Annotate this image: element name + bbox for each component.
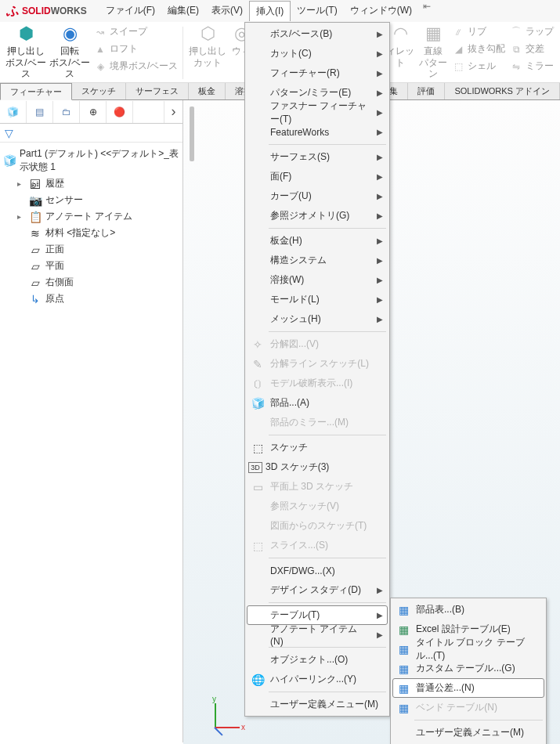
table-menu-item-7[interactable]: ユーザー定義メニュー(M) (392, 723, 544, 742)
ribbon-rib[interactable]: ⫽リブ (450, 23, 507, 40)
table-menu-item-2[interactable]: ▦タイトル ブロック テーブル...(T) (392, 639, 544, 659)
bom-icon: ▦ (394, 604, 413, 616)
insert-menu-item-37[interactable]: オブジェクト...(O) (247, 650, 388, 670)
menu-file[interactable]: ファイル(F) (99, 1, 161, 21)
insert-menu-item-label: モデル破断表示...(I) (267, 377, 383, 390)
tab-sketch[interactable]: スケッチ (72, 83, 126, 99)
ribbon-draft[interactable]: ◢抜き勾配 (450, 41, 507, 57)
insert-menu-item-14[interactable]: 溶接(W)▶ (247, 270, 388, 290)
tree-history[interactable]: ▸🗟履歴 (16, 175, 181, 192)
mirror-icon: ⇋ (510, 61, 522, 72)
ribbon-extrude-boss[interactable]: ⬢ 押し出し ボス/ベース (5, 23, 47, 82)
dim-tab[interactable]: ⊕ (80, 101, 107, 123)
property-tab[interactable]: ▤ (27, 101, 53, 123)
insert-menu-item-1[interactable]: カット(C)▶ (247, 44, 388, 63)
ribbon-mirror[interactable]: ⇋ミラー (508, 58, 555, 74)
insert-menu-item-0[interactable]: ボス/ベース(B)▶ (247, 24, 388, 44)
tab-surfaces[interactable]: サーフェス (126, 83, 189, 99)
expand-icon[interactable]: ▸ (17, 212, 25, 221)
insert-menu-item-2[interactable]: フィーチャー(R)▶ (247, 63, 388, 83)
tree-sensors[interactable]: 📷センサー (16, 192, 181, 208)
insert-menu-item-9[interactable]: カーブ(U)▶ (247, 186, 388, 206)
title-bar: ふ SOLIDWORKS ファイル(F) 編集(E) 表示(V) 挿入(I) ツ… (0, 0, 560, 22)
insert-menu-separator (269, 144, 386, 145)
insert-menu-item-31[interactable]: DXF/DWG...(X) (247, 561, 388, 580)
submenu-arrow-icon: ▶ (377, 128, 383, 136)
expand-panel-icon[interactable]: › (164, 101, 182, 123)
table-menu-item-0[interactable]: ▦部品表...(B) (392, 600, 544, 619)
tree-annotations[interactable]: ▸📋アノテート アイテム (16, 208, 181, 225)
filter-icon: ▽ (5, 127, 13, 139)
tab-features[interactable]: フィーチャー (0, 83, 72, 100)
table-menu-item-3[interactable]: ▦カスタム テーブル...(G) (392, 659, 544, 678)
insert-menu-item-7[interactable]: サーフェス(S)▶ (247, 147, 388, 167)
insert-menu-item-16[interactable]: メッシュ(H)▶ (247, 309, 388, 329)
shell-icon: ⬚ (452, 61, 464, 72)
ribbon-wrap[interactable]: ⌒ラップ (508, 23, 555, 40)
tab-sheetmetal[interactable]: 板金 (189, 83, 226, 99)
insert-menu-item-38[interactable]: 🌐ハイパーリンク...(Y) (247, 670, 388, 689)
ribbon-revolve-boss[interactable]: ◉ 回転 ボス/ベース (49, 23, 91, 82)
insert-menu-item-8[interactable]: 面(F)▶ (247, 167, 388, 186)
ribbon-boundary[interactable]: ◈境界ボス/ベース (92, 58, 179, 74)
table-menu-item-label: Excel 設計テーブル(E) (413, 623, 540, 636)
ribbon-loft[interactable]: ▲ロフト (92, 41, 179, 57)
tol-icon: ▦ (394, 682, 413, 695)
rollback-bar[interactable] (190, 107, 194, 161)
wrap-icon: ⌒ (510, 25, 522, 38)
insert-menu-item-13[interactable]: 構造システム▶ (247, 251, 388, 270)
menu-window[interactable]: ウィンドウ(W) (344, 1, 418, 21)
insert-menu-item-25[interactable]: 3D3D スケッチ(3) (247, 457, 388, 477)
insert-menu-item-35[interactable]: アノテート アイテム(N)▶ (247, 625, 388, 645)
ribbon-linear-pattern[interactable]: ▦ 直線 パターン (417, 23, 449, 82)
tree-root-label: Part1 (デフォルト) <<デフォルト>_表示状態 1 (20, 147, 179, 174)
insert-menu-separator (269, 228, 386, 229)
menu-edit[interactable]: 編集(E) (161, 1, 205, 21)
table-menu-item-4[interactable]: ▦普通公差...(N) (392, 678, 544, 698)
insert-menu-item-32[interactable]: デザイン スタディ(D)▶ (247, 580, 388, 600)
tree-root[interactable]: 🧊 Part1 (デフォルト) <<デフォルト>_表示状態 1 (2, 146, 181, 175)
tree-right-plane[interactable]: ▱右側面 (16, 274, 181, 291)
insert-menu-item-12[interactable]: 板金(H)▶ (247, 231, 388, 251)
insert-menu-item-40[interactable]: ユーザー定義メニュー(M) (247, 695, 388, 714)
tree-material[interactable]: ≋材料 <指定なし> (16, 225, 181, 241)
insert-menu-item-15[interactable]: モールド(L)▶ (247, 290, 388, 309)
insert-menu-item-label: 面(F) (267, 170, 367, 183)
insert-menu-item-21[interactable]: 🧊部品...(A) (247, 393, 388, 413)
pin-icon[interactable]: ⇤ (423, 1, 431, 21)
insert-menu-item-4[interactable]: ファスナー フィーチャー(T)▶ (247, 103, 388, 122)
tab-addins[interactable]: SOLIDWORKS アドイン (445, 83, 560, 99)
logo-icon: ふ (6, 3, 19, 20)
tree-top-plane[interactable]: ▱平面 (16, 258, 181, 274)
menu-bar: ファイル(F) 編集(E) 表示(V) 挿入(I) ツール(T) ウィンドウ(W… (99, 1, 431, 21)
menu-insert[interactable]: 挿入(I) (249, 1, 291, 21)
expand-icon[interactable]: ▸ (17, 179, 25, 188)
tab-evaluate[interactable]: 評価 (408, 83, 445, 99)
submenu-arrow-icon: ▶ (377, 295, 383, 304)
insert-menu-item-label: 図面からのスケッチ(T) (267, 519, 383, 533)
table-menu-item-label: ユーザー定義メニュー(M) (413, 726, 540, 739)
material-icon: ≋ (28, 227, 42, 240)
filter-bar[interactable]: ▽ (0, 124, 182, 143)
menu-tool[interactable]: ツール(T) (291, 1, 343, 21)
table-menu-separator (414, 720, 543, 721)
feature-tree-tab[interactable]: 🧊 (0, 101, 27, 123)
ribbon-extrude-cut[interactable]: ⬡ 押し出し カット (186, 23, 229, 82)
submenu-arrow-icon: ▶ (377, 211, 383, 220)
tree-origin[interactable]: ↳原点 (16, 291, 181, 307)
config-tab[interactable]: 🗀 (53, 101, 80, 123)
tree-front-plane[interactable]: ▱正面 (16, 241, 181, 258)
insert-menu-item-label: DXF/DWG...(X) (267, 565, 383, 576)
feature-manager-panel: 🧊 ▤ 🗀 ⊕ 🔴 › ▽ 🧊 Part1 (デフォルト) <<デフォルト>_表… (0, 100, 183, 742)
insert-menu-item-label: 部品...(A) (267, 396, 383, 410)
ribbon-intersect[interactable]: ⧉交差 (508, 41, 555, 57)
insert-menu-item-10[interactable]: 参照ジオメトリ(G)▶ (247, 206, 388, 226)
menu-view[interactable]: 表示(V) (205, 1, 249, 21)
triad-y-axis (215, 703, 216, 728)
insert-menu-item-24[interactable]: ⬚スケッチ (247, 438, 388, 457)
appearance-tab[interactable]: 🔴 (107, 101, 133, 123)
insert-menu-separator (269, 558, 386, 558)
ribbon-sweep[interactable]: ↝スイープ (92, 23, 179, 40)
triad-x-label: x (241, 723, 245, 731)
ribbon-shell[interactable]: ⬚シェル (450, 58, 507, 74)
